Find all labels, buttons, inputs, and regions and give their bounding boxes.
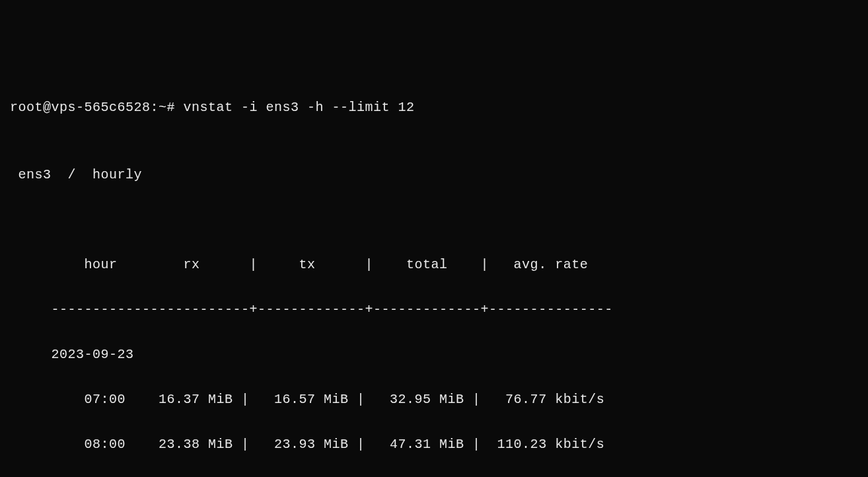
interface-header: ens3 / hourly bbox=[10, 164, 858, 186]
vnstat-output: ens3 / hourly hour rx | tx | total | avg… bbox=[10, 141, 858, 477]
blank-line bbox=[10, 209, 858, 231]
date-line: 2023-09-23 bbox=[10, 344, 858, 366]
column-header: hour rx | tx | total | avg. rate bbox=[10, 254, 858, 276]
shell-prompt-line[interactable]: root@vps-565c6528:~# vnstat -i ens3 -h -… bbox=[10, 96, 858, 119]
table-row: 07:00 16.37 MiB | 16.57 MiB | 32.95 MiB … bbox=[10, 388, 858, 411]
divider-top: ------------------------+-------------+-… bbox=[10, 299, 858, 321]
table-row: 08:00 23.38 MiB | 23.93 MiB | 47.31 MiB … bbox=[10, 433, 858, 456]
